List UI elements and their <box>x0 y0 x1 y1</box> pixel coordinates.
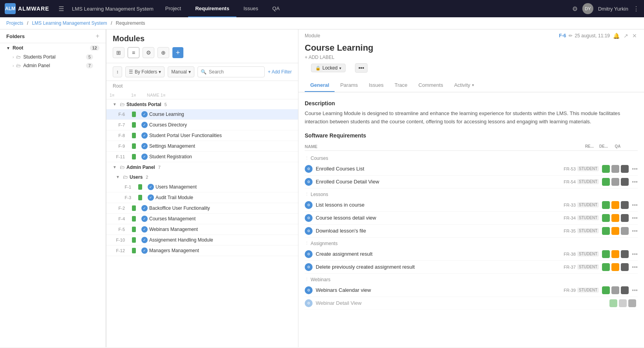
tree-item-f8[interactable]: F-8 ✓ Student Portal User Functionalitie… <box>106 130 298 141</box>
edit-icon[interactable]: ✏ <box>569 33 573 38</box>
more-menu-icon[interactable]: ••• <box>632 264 638 270</box>
tab-params[interactable]: Params <box>335 79 363 92</box>
req-delete-assignment[interactable]: ⚙ Delete previously created assignment r… <box>305 261 638 274</box>
tab-comments[interactable]: Comments <box>413 79 449 92</box>
external-link-icon[interactable]: ↗ <box>623 32 629 40</box>
req-fr39-ref: FR-39 <box>564 288 576 293</box>
chevron-down-icon: ▾ <box>339 66 341 70</box>
tree-item-f12[interactable]: F-12 ✓ Managers Management <box>106 245 298 256</box>
more-menu-icon[interactable]: ••• <box>632 228 638 234</box>
tab-activity[interactable]: Activity ▾ <box>448 79 479 92</box>
group-courses[interactable]: ⋮ Courses <box>305 152 638 163</box>
tab-trace[interactable]: Trace <box>389 79 413 92</box>
nav-tab-project[interactable]: Project <box>158 0 188 17</box>
manual-filter[interactable]: Manual ▾ <box>168 66 194 77</box>
tab-general[interactable]: General <box>305 79 335 92</box>
req-colors <box>602 227 629 235</box>
item-name-f5: Webinars Management <box>149 227 298 232</box>
tree-item-f7[interactable]: F-7 ✓ Courses Directory <box>106 120 298 130</box>
req-webinar-detail[interactable]: ⚙ Webinar Detail View <box>305 297 638 310</box>
item-id-f11: F-11 <box>106 154 128 159</box>
tree-item-f5[interactable]: F-5 ✓ Webinars Management <box>106 224 298 235</box>
tree-item-f9[interactable]: F-9 ✓ Settings Management <box>106 141 298 152</box>
chevron-down-icon: ▼ <box>113 102 118 106</box>
req-colors <box>602 178 629 186</box>
close-icon[interactable]: ✕ <box>631 32 638 40</box>
tree-item-f10[interactable]: F-10 ✓ Assignement Handling Module <box>106 235 298 245</box>
more-menu-icon[interactable]: ••• <box>632 166 638 172</box>
nav-tab-issues[interactable]: Issues <box>236 0 265 17</box>
tree-item-f6[interactable]: F-6 ✓ Course Learning <box>106 109 298 120</box>
req-fr54-ref: FR-54 <box>564 179 576 184</box>
search-input[interactable] <box>198 66 265 77</box>
bell-icon[interactable]: 🔔 <box>612 32 620 40</box>
req-icon: ⚙ <box>305 227 313 235</box>
more-menu-icon[interactable]: ••• <box>632 179 638 185</box>
more-menu-icon[interactable]: ••• <box>632 202 638 208</box>
tab-issues[interactable]: Issues <box>363 79 389 92</box>
more-menu-icon[interactable]: ••• <box>632 215 638 221</box>
req-download-lesson-file[interactable]: ⚙ Download lesson's file FR-35 STUDENT •… <box>305 225 638 238</box>
subgroup-users-count: 2 <box>146 175 148 179</box>
tree-item-f4[interactable]: F-4 ✓ Courses Management <box>106 214 298 224</box>
more-menu-icon[interactable]: ••• <box>632 287 638 293</box>
item-priority-f7 <box>128 122 140 128</box>
nav-tab-requirements[interactable]: Requirements <box>188 0 236 17</box>
view-grid-button[interactable]: ⊞ <box>113 47 124 58</box>
color-green <box>602 263 610 271</box>
group-assignments[interactable]: ⋮ Assignments <box>305 238 638 248</box>
group-webinars[interactable]: ⋮ Webinars <box>305 274 638 284</box>
avatar[interactable]: DY <box>582 3 593 14</box>
sort-button[interactable]: ↕ <box>113 66 122 77</box>
tree-item-f11[interactable]: F-11 ✓ Student Registration <box>106 152 298 162</box>
tree-item-f2[interactable]: F-2 ✓ Backoffice User Functionality <box>106 203 298 214</box>
view-more-button[interactable]: ⊕ <box>157 47 169 58</box>
view-settings-button[interactable]: ⚙ <box>143 47 154 58</box>
folder-admin-panel[interactable]: › 🗁 Admin Panel 7 <box>0 61 106 70</box>
tree-item-f3[interactable]: F-3 ✓ Audit Trail Module <box>106 192 298 203</box>
req-list-lessons[interactable]: ⚙ List lessons in course FR-33 STUDENT •… <box>305 199 638 212</box>
req-course-lessons-detail[interactable]: ⚙ Course lessons detail view FR-34 STUDE… <box>305 212 638 225</box>
group-lessons-label: Lessons <box>311 192 328 197</box>
item-status-f8: ✓ <box>140 132 149 139</box>
status-locked-badge[interactable]: 🔒 Locked ▾ <box>311 64 346 72</box>
folder-students-portal[interactable]: › 🗁 Students Portal 5 <box>0 53 106 61</box>
req-create-assignment[interactable]: ⚙ Create assignment result FR-38 STUDENT… <box>305 248 638 261</box>
add-filter-button[interactable]: + Add Filter <box>268 69 292 75</box>
add-label-button[interactable]: + ADD LABEL <box>298 55 644 63</box>
sw-req-title: Software Requirements <box>305 132 638 139</box>
folder-filter[interactable]: ☰ By Folders ▾ <box>125 66 165 77</box>
item-status-f5: ✓ <box>140 226 149 233</box>
breadcrumb-projects[interactable]: Projects <box>6 20 23 26</box>
add-folder-button[interactable]: + <box>96 33 99 40</box>
folder-root-name: Root <box>13 45 23 51</box>
nav-tab-qa[interactable]: QA <box>265 0 287 17</box>
tree-subgroup-users[interactable]: ▼ 🗁 Users 2 <box>106 172 298 182</box>
item-priority-f11 <box>128 154 140 159</box>
settings-icon[interactable]: ⚙ <box>572 5 578 13</box>
add-module-button[interactable]: + <box>172 47 183 58</box>
more-icon[interactable]: ⋮ <box>633 5 639 13</box>
view-list-button[interactable]: ≡ <box>128 47 139 58</box>
req-webinars-calendar[interactable]: ⚙ Webinars Calendar view FR-39 STUDENT •… <box>305 284 638 297</box>
hamburger-button[interactable]: ☰ <box>55 4 67 14</box>
item-priority-f10 <box>128 237 140 243</box>
item-id-f12: F-12 <box>106 248 128 253</box>
color-orange <box>611 263 619 271</box>
item-id-f5: F-5 <box>106 227 128 232</box>
tree-group-students-portal[interactable]: ▼ 🗁 Students Portal 5 <box>106 99 298 109</box>
tree-group-admin-panel[interactable]: ▼ 🗁 Admin Panel 7 <box>106 162 298 172</box>
group-lessons[interactable]: ⋮ Lessons <box>305 189 638 199</box>
tree-item-f1[interactable]: F-1 ✓ Users Management <box>106 182 298 192</box>
req-enrolled-courses-list[interactable]: ⚙ Enrolled Courses List FR-53 STUDENT ••… <box>305 163 638 176</box>
more-options-button[interactable]: ••• <box>355 63 368 73</box>
app-logo[interactable]: ALM ALMWARE <box>5 3 49 14</box>
item-name-f2: Backoffice User Functionality <box>149 205 298 211</box>
module-label: Module <box>305 33 320 38</box>
req-enrolled-course-detail-view[interactable]: ⚙ Enrolled Course Detail View FR-54 STUD… <box>305 176 638 189</box>
module-ref[interactable]: F-6 <box>559 33 566 38</box>
subgroup-users-label: Users <box>130 174 143 180</box>
folder-root[interactable]: ▼ Root 12 <box>0 43 106 53</box>
more-menu-icon[interactable]: ••• <box>632 251 638 257</box>
breadcrumb-project[interactable]: LMS Learning Management System <box>32 20 107 26</box>
